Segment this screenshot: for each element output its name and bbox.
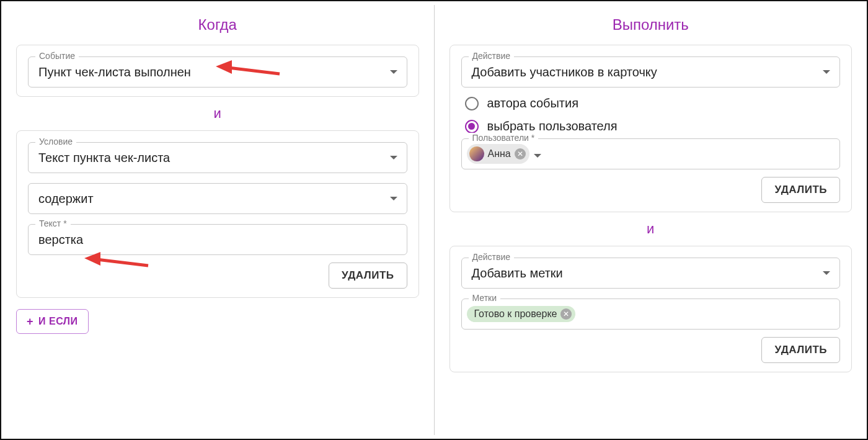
- delete-action2-button[interactable]: УДАЛИТЬ: [761, 337, 840, 363]
- tags-label: Метки: [469, 293, 501, 303]
- dropdown-icon: [389, 70, 398, 74]
- dropdown-icon: [822, 271, 831, 276]
- tags-field[interactable]: Готово к проверке ✕: [461, 299, 841, 330]
- operator-select[interactable]: содержит: [28, 183, 407, 214]
- plus-icon: +: [27, 316, 33, 327]
- dropdown-icon: [389, 155, 398, 160]
- dropdown-icon: [389, 196, 398, 201]
- action2-value: Добавить метки: [472, 266, 563, 281]
- event-select[interactable]: Пункт чек-листа выполнен: [28, 56, 407, 88]
- avatar-icon: [469, 146, 484, 161]
- event-value: Пункт чек-листа выполнен: [38, 65, 191, 79]
- action1-select[interactable]: Добавить участников в карточку: [461, 56, 841, 88]
- remove-chip-icon[interactable]: ✕: [560, 308, 572, 320]
- tag-chip-label: Готово к проверке: [474, 308, 557, 320]
- action2-select[interactable]: Добавить метки: [461, 258, 841, 289]
- operator-value: содержит: [38, 192, 94, 206]
- condition-select[interactable]: Текст пункта чек-листа: [28, 142, 407, 173]
- when-title: Когда: [16, 16, 419, 34]
- action-label: Действие: [469, 252, 515, 262]
- radio-select-user[interactable]: выбрать пользователя: [465, 119, 841, 133]
- user-chip-label: Анна: [488, 148, 511, 159]
- event-card: Событие Пункт чек-листа выполнен: [16, 45, 419, 97]
- action-label: Действие: [469, 51, 515, 61]
- users-label: Пользователи *: [469, 133, 539, 143]
- action1-value: Добавить участников в карточку: [472, 65, 657, 79]
- text-input[interactable]: верстка: [28, 224, 407, 255]
- dropdown-icon: [822, 70, 831, 74]
- users-field[interactable]: Анна ✕: [461, 138, 841, 169]
- event-label: Событие: [35, 51, 79, 61]
- text-value: верстка: [38, 233, 83, 247]
- and-separator: и: [16, 106, 419, 122]
- add-if-label: И ЕСЛИ: [38, 316, 78, 327]
- delete-condition-button[interactable]: УДАЛИТЬ: [329, 263, 407, 289]
- delete-action1-button[interactable]: УДАЛИТЬ: [761, 177, 840, 203]
- remove-chip-icon[interactable]: ✕: [515, 148, 526, 159]
- radio-icon: [465, 97, 479, 110]
- radio-author-label: автора события: [487, 96, 579, 110]
- action1-card: Действие Добавить участников в карточку …: [450, 45, 852, 212]
- radio-user-label: выбрать пользователя: [487, 119, 618, 133]
- add-if-button[interactable]: + И ЕСЛИ: [16, 309, 89, 334]
- and-separator: и: [450, 221, 852, 237]
- radio-author[interactable]: автора события: [465, 96, 841, 110]
- condition-value: Текст пункта чек-листа: [38, 151, 170, 165]
- execute-column: Выполнить Действие Добавить участников в…: [435, 1, 867, 439]
- dropdown-icon: [533, 147, 542, 161]
- action2-card: Действие Добавить метки Метки Готово к п…: [450, 246, 852, 372]
- condition-card: Условие Текст пункта чек-листа содержит: [16, 130, 419, 298]
- tag-chip[interactable]: Готово к проверке ✕: [467, 306, 576, 322]
- when-column: Когда Событие Пункт чек-листа выполнен и…: [1, 1, 434, 439]
- radio-icon: [465, 120, 479, 133]
- execute-title: Выполнить: [450, 16, 852, 34]
- text-label: Текст *: [35, 218, 71, 228]
- condition-label: Условие: [35, 137, 76, 146]
- user-chip[interactable]: Анна ✕: [467, 144, 529, 164]
